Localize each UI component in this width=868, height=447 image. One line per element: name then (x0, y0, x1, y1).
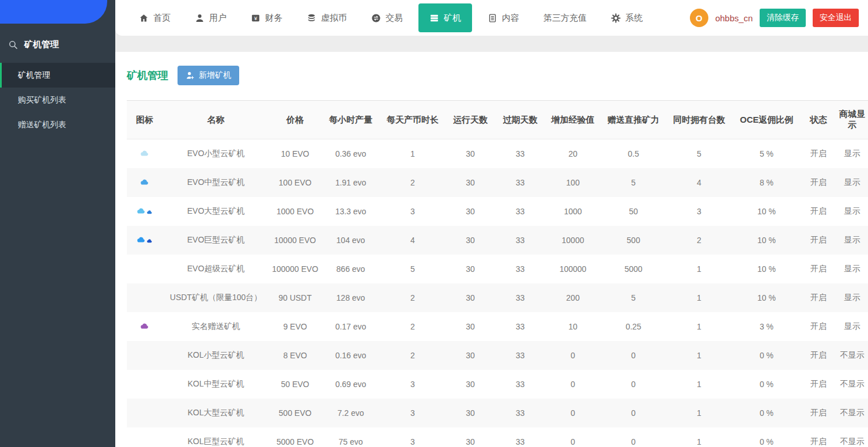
cell-run_days: 30 (445, 197, 496, 226)
nav-item-label: 矿机 (444, 13, 461, 24)
cell-max_own: 1 (666, 255, 733, 283)
cell-status: 开启 (801, 226, 836, 255)
cell-max_own: 1 (666, 370, 733, 399)
nav-item-3[interactable]: 虚拟币 (295, 0, 359, 36)
logout-button[interactable]: 安全退出 (813, 9, 859, 27)
cell-gift_power: 500 (601, 226, 666, 255)
cell-name: EVO巨型云矿机 (163, 226, 269, 255)
username[interactable]: ohbbs_cn (715, 13, 753, 23)
cell-exp: 1000 (545, 197, 601, 226)
cell-oce_rate: 0 % (733, 399, 801, 427)
column-header-4: 每天产币时长 (380, 101, 445, 139)
cell-mall: 显示 (836, 168, 868, 197)
cell-expire_days: 33 (496, 168, 545, 197)
cell-hourly: 75 evo (321, 427, 380, 447)
nav-item-5[interactable]: 矿机 (418, 3, 472, 32)
main-content: 矿机管理 新增矿机 图标名称价格每小时产量每天产币时长运行天数过期天数增加经验值… (115, 52, 868, 447)
cell-oce_rate: 10 % (733, 283, 801, 312)
machine-thumbnail-icon (137, 237, 153, 243)
gear-icon (611, 13, 621, 23)
cell-oce_rate: 0 % (733, 370, 801, 399)
cell-expire_days: 33 (496, 283, 545, 312)
table-row: KOL小型云矿机8 EVO0.16 evo230330010 %开启不显示 (127, 341, 868, 370)
cell-daily_hours: 2 (380, 283, 445, 312)
clear-cache-button[interactable]: 清除缓存 (760, 9, 806, 27)
sidebar-item-1[interactable]: 购买矿机列表 (0, 88, 115, 112)
cell-name: EVO中型云矿机 (163, 168, 269, 197)
page-title: 矿机管理 (127, 69, 168, 82)
table-row: EVO中型云矿机100 EVO1.91 evo23033100548 %开启显示 (127, 168, 868, 197)
cell-hourly: 0.17 evo (321, 312, 380, 341)
cell-max_own: 3 (666, 197, 733, 226)
miners-table: 图标名称价格每小时产量每天产币时长运行天数过期天数增加经验值赠送直推矿力同时拥有… (127, 100, 868, 447)
nav-item-8[interactable]: 系统 (599, 0, 655, 36)
table-row: 实名赠送矿机9 EVO0.17 evo23033100.2513 %开启显示 (127, 312, 868, 341)
cell-hourly: 0.16 evo (321, 341, 380, 370)
nav-item-0[interactable]: 首页 (127, 0, 183, 36)
cell-status: 开启 (801, 370, 836, 399)
cell-mall: 不显示 (836, 427, 868, 447)
search-icon (8, 40, 18, 50)
column-header-1: 名称 (163, 101, 269, 139)
cell-mall: 显示 (836, 139, 868, 168)
add-miner-button-label: 新增矿机 (199, 70, 231, 81)
cell-hourly: 13.3 evo (321, 197, 380, 226)
cell-price: 1000 EVO (269, 197, 321, 226)
cell-max_own: 1 (666, 312, 733, 341)
nav-item-4[interactable]: 交易 (359, 0, 415, 36)
table-row: KOL中型云矿机50 EVO0.69 evo330330010 %开启不显示 (127, 370, 868, 399)
cell-price: 8 EVO (269, 341, 321, 370)
nav-item-label: 虚拟币 (321, 13, 347, 24)
table-row: EVO大型云矿机1000 EVO13.3 evo33033100050310 %… (127, 197, 868, 226)
cell-max_own: 1 (666, 399, 733, 427)
nav-item-6[interactable]: 内容 (475, 0, 531, 36)
cell-status: 开启 (801, 427, 836, 447)
brand-logo (0, 0, 107, 24)
miner-icon (429, 13, 439, 23)
cell-mall: 显示 (836, 226, 868, 255)
add-miner-button[interactable]: 新增矿机 (178, 66, 239, 85)
table-row: KOL巨型云矿机5000 EVO75 evo330330010 %开启不显示 (127, 427, 868, 447)
nav-item-2[interactable]: ¥财务 (239, 0, 295, 36)
table-row: EVO巨型云矿机10000 EVO104 evo4303310000500210… (127, 226, 868, 255)
svg-text:¥: ¥ (254, 16, 258, 21)
nav-item-1[interactable]: 用户 (183, 0, 239, 36)
cell-gift_power: 5000 (601, 255, 666, 283)
home-icon (139, 13, 149, 23)
cell-icon (127, 399, 163, 427)
cell-max_own: 2 (666, 226, 733, 255)
cell-status: 开启 (801, 197, 836, 226)
cell-gift_power: 0 (601, 370, 666, 399)
sidebar-section-header: 矿机管理 (0, 24, 115, 62)
cell-expire_days: 33 (496, 197, 545, 226)
cell-icon (127, 226, 163, 255)
finance-icon: ¥ (251, 13, 261, 23)
cell-daily_hours: 2 (380, 312, 445, 341)
sidebar-item-2[interactable]: 赠送矿机列表 (0, 112, 115, 137)
cell-name: EVO大型云矿机 (163, 197, 269, 226)
cell-expire_days: 33 (496, 370, 545, 399)
cell-oce_rate: 5 % (733, 139, 801, 168)
machine-thumbnail-icon (140, 150, 149, 157)
avatar[interactable]: O (690, 9, 708, 27)
cell-icon (127, 168, 163, 197)
column-header-6: 过期天数 (496, 101, 545, 139)
cell-price: 500 EVO (269, 399, 321, 427)
cell-oce_rate: 10 % (733, 197, 801, 226)
sidebar-item-0[interactable]: 矿机管理 (0, 63, 115, 88)
nav-item-7[interactable]: 第三方充值 (531, 0, 599, 36)
cell-run_days: 30 (445, 399, 496, 427)
cell-icon (127, 197, 163, 226)
column-header-9: 同时拥有台数 (666, 101, 733, 139)
cell-daily_hours: 3 (380, 197, 445, 226)
cell-icon (127, 312, 163, 341)
column-header-11: 状态 (801, 101, 836, 139)
cell-run_days: 30 (445, 283, 496, 312)
cell-price: 100 EVO (269, 168, 321, 197)
cell-run_days: 30 (445, 370, 496, 399)
machine-thumbnail-icon (137, 208, 153, 214)
cell-max_own: 1 (666, 341, 733, 370)
cell-run_days: 30 (445, 255, 496, 283)
user-plus-icon (186, 71, 195, 80)
cell-oce_rate: 0 % (733, 341, 801, 370)
